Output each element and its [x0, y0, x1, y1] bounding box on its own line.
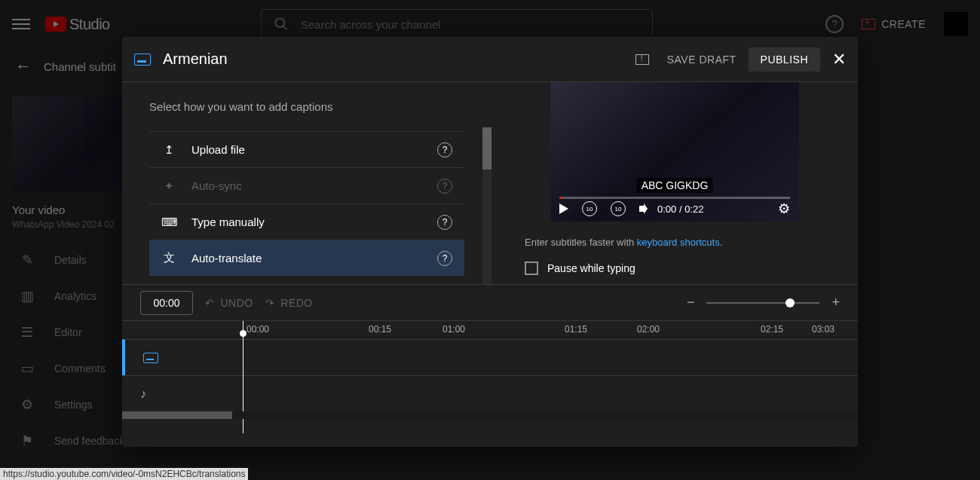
video-preview[interactable]: ABC GIGKDG 10 10 0:00 / 0:22 ⚙	[550, 82, 799, 222]
save-draft-button[interactable]: SAVE DRAFT	[667, 54, 737, 66]
help-icon[interactable]: ?	[437, 215, 452, 230]
timeline-ruler[interactable]: 00:00 00:15 01:00 01:15 02:00 02:15 03:0…	[122, 321, 858, 339]
keyboard-icon: ⌨	[161, 216, 176, 229]
scrollbar[interactable]	[482, 127, 492, 284]
publish-button[interactable]: PUBLISH	[749, 47, 820, 72]
status-bar-url: https://studio.youtube.com/video/-0msN2E…	[0, 468, 248, 480]
caption-overlay: ABC GIGKDG	[637, 178, 713, 193]
music-note-icon: ♪	[140, 387, 146, 401]
option-type-manually[interactable]: ⌨ Type manually ?	[149, 203, 464, 240]
play-icon[interactable]	[559, 203, 568, 214]
help-icon[interactable]: ?	[437, 142, 452, 157]
cc-icon	[134, 54, 151, 66]
help-icon[interactable]: ?	[437, 251, 452, 266]
time-input[interactable]	[140, 291, 193, 315]
horizontal-scrollbar[interactable]	[122, 411, 858, 419]
keyboard-shortcuts-link[interactable]: keyboard shortcuts	[637, 237, 720, 248]
zoom-in-icon[interactable]: +	[831, 295, 840, 310]
upload-icon: ↥	[161, 143, 176, 157]
keyboard-hint: Enter subtitles faster with keyboard sho…	[525, 237, 722, 248]
help-icon[interactable]: ?	[437, 179, 452, 194]
report-icon[interactable]	[635, 54, 649, 65]
option-auto-sync: ✦ Auto-sync ?	[149, 167, 464, 203]
pause-while-typing-checkbox[interactable]	[525, 261, 538, 275]
volume-icon[interactable]	[639, 206, 644, 212]
rewind-10-icon[interactable]: 10	[582, 201, 597, 216]
undo-button[interactable]: ↶ UNDO	[205, 297, 253, 309]
translate-icon: 文	[161, 251, 176, 265]
sparkle-icon: ✦	[161, 179, 176, 193]
caption-track[interactable]	[122, 339, 858, 375]
progress-bar[interactable]	[559, 197, 790, 199]
zoom-slider[interactable]	[706, 302, 819, 304]
option-upload-file[interactable]: ↥ Upload file ?	[149, 131, 464, 167]
option-auto-translate[interactable]: 文 Auto-translate ?	[149, 240, 464, 276]
forward-10-icon[interactable]: 10	[611, 201, 626, 216]
timeline[interactable]: 00:00 00:15 01:00 01:15 02:00 02:15 03:0…	[122, 320, 858, 433]
redo-button[interactable]: ↷ REDO	[265, 297, 313, 309]
settings-icon[interactable]: ⚙	[778, 200, 790, 217]
video-time: 0:00 / 0:22	[657, 203, 703, 215]
audio-track[interactable]: ♪	[122, 375, 858, 411]
caption-method-intro: Select how you want to add captions	[149, 100, 464, 113]
subtitle-editor-modal: Armenian SAVE DRAFT PUBLISH ✕ Select how…	[122, 37, 858, 447]
close-icon[interactable]: ✕	[832, 50, 846, 69]
zoom-out-icon[interactable]: −	[687, 295, 695, 310]
pause-while-typing-label: Pause while typing	[547, 262, 635, 274]
cc-track-icon	[143, 353, 158, 363]
modal-title: Armenian	[163, 50, 228, 68]
